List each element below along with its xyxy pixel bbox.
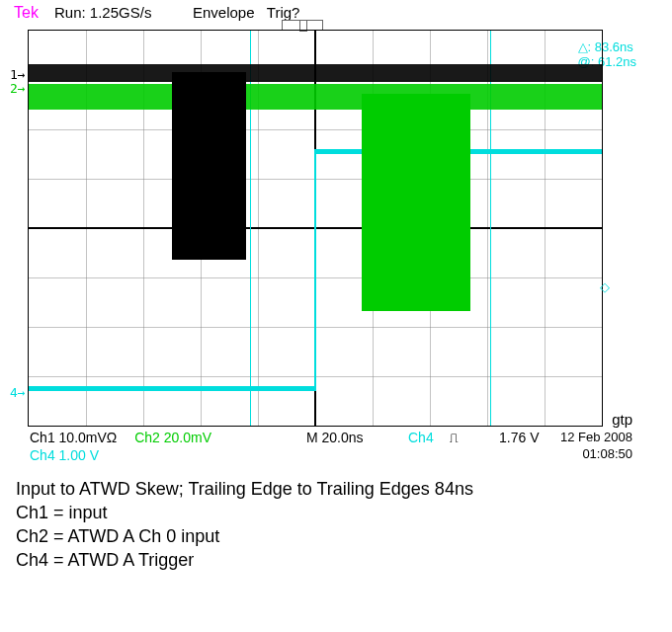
annotation-ch4: Ch4 = ATWD A Trigger [16,550,672,571]
brand-label: Tek [14,4,39,22]
annotation-title: Input to ATWD Skew; Trailing Edge to Tra… [16,479,672,500]
channel-scales: Ch1 10.0mVΩ Ch2 20.0mV [30,430,225,445]
annotation-ch1: Ch1 = input [16,503,672,523]
envelope-text: Envelope [193,4,255,21]
ch4-ground-marker: 4→ [10,385,26,400]
ch2-trace-baseline [29,84,602,110]
run-rate: Run: 1.25GS/s [54,4,151,21]
oscilloscope-display: Tek Run: 1.25GS/s Envelope Trig? △: 83.6… [10,0,642,434]
ch2-scale: Ch2 20.0mV [134,430,211,445]
annotation-block: Input to ATWD Skew; Trailing Edge to Tra… [16,479,672,571]
ch4-trace-edge [314,149,316,391]
ch1-scale: Ch1 10.0mVΩ [30,430,117,445]
ch4-trace-low [29,386,315,391]
annotation-ch2: Ch2 = ATWD A Ch 0 input [16,526,672,547]
user-label: gtp [612,411,632,428]
trig-source: Ch4 [408,430,434,445]
trig-slope-icon: ⎍ [450,430,458,445]
timebase: M 20.0ns [306,430,364,445]
ch1-trace-baseline [29,64,602,82]
ch1-ground-marker: 1→ [10,67,26,82]
mode-label: Envelope Trig? [193,4,299,21]
ch4-scale: Ch4 1.00 V [30,447,99,463]
ch2-ground-marker: 2→ [10,81,26,96]
trigger-level-marker: ◇ [600,279,610,294]
capture-time: 01:08:50 [582,446,632,461]
trig-level: 1.76 V [499,430,539,445]
ch1-trace-pulse [172,72,246,260]
graticule: ◇ [28,30,603,427]
trig-status: Trig? [267,4,300,21]
ch2-trace-pulse [362,94,470,311]
capture-date: 12 Feb 2008 [560,430,632,444]
